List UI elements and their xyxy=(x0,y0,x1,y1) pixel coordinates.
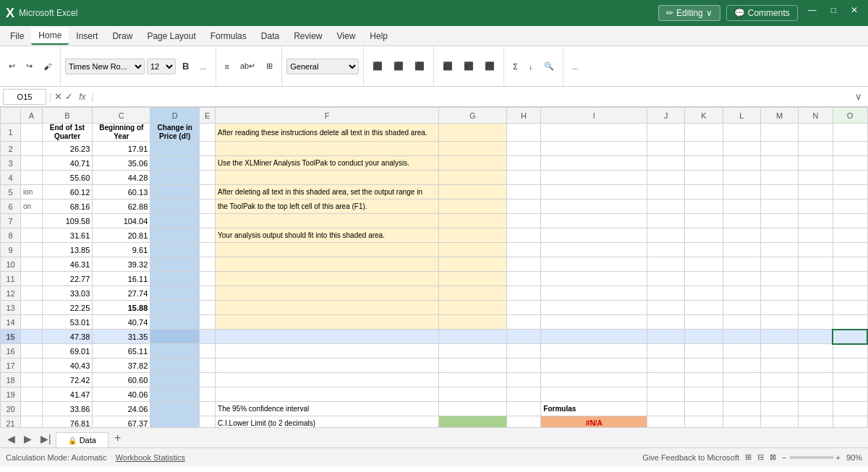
cell-k21[interactable] xyxy=(685,416,723,428)
cell-h18[interactable] xyxy=(506,373,541,387)
cell-i13[interactable] xyxy=(541,301,647,315)
cell-j21[interactable] xyxy=(647,416,685,428)
cell-n2[interactable] xyxy=(799,142,833,156)
cell-g17[interactable] xyxy=(438,359,506,373)
row-header-19[interactable]: 19 xyxy=(1,387,21,402)
bold-button[interactable]: B xyxy=(178,58,193,74)
cell-f17[interactable] xyxy=(216,359,439,373)
cell-m13[interactable] xyxy=(760,301,798,315)
cell-m10[interactable] xyxy=(760,257,798,272)
cell-f20[interactable]: The 95% confidence interval xyxy=(216,402,439,416)
cell-e10[interactable] xyxy=(200,257,216,272)
cell-h15[interactable] xyxy=(506,330,541,344)
cell-c17[interactable]: 37.82 xyxy=(93,359,150,373)
row-header-18[interactable]: 18 xyxy=(1,373,21,387)
cell-g20[interactable] xyxy=(438,402,506,416)
more-font-button[interactable]: ... xyxy=(195,59,210,74)
cell-l8[interactable] xyxy=(723,228,760,243)
cell-d6[interactable] xyxy=(150,199,200,214)
cell-h8[interactable] xyxy=(506,228,541,243)
cell-f21[interactable]: C.I.Lower Limit (to 2 decimals) xyxy=(216,416,439,428)
tab-nav-right[interactable]: ▶ xyxy=(20,430,36,447)
menu-file[interactable]: File xyxy=(3,28,31,44)
cell-o3[interactable] xyxy=(833,156,867,171)
menu-home[interactable]: Home xyxy=(31,27,69,45)
cell-b5[interactable]: 60.12 xyxy=(42,185,93,199)
cell-h17[interactable] xyxy=(506,359,541,373)
cell-f7[interactable] xyxy=(216,214,439,228)
row-header-10[interactable]: 10 xyxy=(1,257,21,272)
cell-l7[interactable] xyxy=(723,214,760,228)
col-header-h[interactable]: H xyxy=(506,108,541,124)
cell-d17[interactable] xyxy=(150,359,200,373)
cell-f2[interactable] xyxy=(216,142,439,156)
cell-o9[interactable] xyxy=(833,243,867,257)
cell-o11[interactable] xyxy=(833,272,867,286)
menu-data[interactable]: Data xyxy=(254,28,286,44)
cell-c18[interactable]: 60.60 xyxy=(93,373,150,387)
row-header-7[interactable]: 7 xyxy=(1,214,21,228)
comments-button[interactable]: 💬 Comments xyxy=(726,5,798,21)
wrap-button[interactable]: ab↵ xyxy=(236,59,260,74)
col-header-i[interactable]: I xyxy=(541,108,647,124)
tab-nav-left[interactable]: ◀ xyxy=(3,430,20,447)
cell-f15[interactable] xyxy=(216,330,439,344)
cell-j12[interactable] xyxy=(647,286,685,301)
cell-m9[interactable] xyxy=(760,243,798,257)
cell-f3[interactable]: Use the XLMiner Analysis ToolPak to cond… xyxy=(216,156,439,171)
cell-k9[interactable] xyxy=(685,243,723,257)
corner-cell[interactable] xyxy=(1,108,21,124)
cell-j10[interactable] xyxy=(647,257,685,272)
row-header-16[interactable]: 16 xyxy=(1,344,21,359)
cell-j5[interactable] xyxy=(647,185,685,199)
cell-o10[interactable] xyxy=(833,257,867,272)
view-normal-icon[interactable]: ⊞ xyxy=(745,452,752,462)
cell-m15[interactable] xyxy=(760,330,798,344)
row-header-15[interactable]: 15 xyxy=(1,330,21,344)
cell-k17[interactable] xyxy=(685,359,723,373)
cell-i19[interactable] xyxy=(541,387,647,402)
cell-n16[interactable] xyxy=(799,344,833,359)
cell-e11[interactable] xyxy=(200,272,216,286)
cell-f11[interactable] xyxy=(216,272,439,286)
cell-k16[interactable] xyxy=(685,344,723,359)
cell-b11[interactable]: 22.77 xyxy=(42,272,93,286)
cell-d14[interactable] xyxy=(150,315,200,330)
cell-d12[interactable] xyxy=(150,286,200,301)
cell-n10[interactable] xyxy=(799,257,833,272)
cell-i7[interactable] xyxy=(541,214,647,228)
cell-e18[interactable] xyxy=(200,373,216,387)
cell-f16[interactable] xyxy=(216,344,439,359)
redo-button[interactable]: ↪ xyxy=(22,59,37,74)
cell-o8[interactable] xyxy=(833,228,867,243)
col-header-c[interactable]: C xyxy=(93,108,150,124)
cell-k6[interactable] xyxy=(685,199,723,214)
cell-g16[interactable] xyxy=(438,344,506,359)
insert-cells-button[interactable]: ⬛ xyxy=(438,59,457,74)
cell-k2[interactable] xyxy=(685,142,723,156)
cell-j15[interactable] xyxy=(647,330,685,344)
cell-a19[interactable] xyxy=(21,387,43,402)
cell-b1[interactable]: End of 1stQuarter xyxy=(42,124,93,142)
cell-l3[interactable] xyxy=(723,156,760,171)
cell-a7[interactable] xyxy=(21,214,43,228)
cell-h12[interactable] xyxy=(506,286,541,301)
cell-n8[interactable] xyxy=(799,228,833,243)
cell-g14[interactable] xyxy=(438,315,506,330)
cell-n15[interactable] xyxy=(799,330,833,344)
col-header-e[interactable]: E xyxy=(200,108,216,124)
menu-review[interactable]: Review xyxy=(286,28,329,44)
cell-g10[interactable] xyxy=(438,257,506,272)
cell-c8[interactable]: 20.81 xyxy=(93,228,150,243)
cell-e1[interactable] xyxy=(200,124,216,142)
tab-nav-right2[interactable]: ▶| xyxy=(36,430,56,447)
cell-o19[interactable] xyxy=(833,387,867,402)
cell-g15[interactable] xyxy=(438,330,506,344)
cell-n13[interactable] xyxy=(799,301,833,315)
cell-f5[interactable]: After deleting all text in this shaded a… xyxy=(216,185,439,199)
add-sheet-button[interactable]: + xyxy=(109,429,127,447)
cell-e7[interactable] xyxy=(200,214,216,228)
cell-e4[interactable] xyxy=(200,171,216,185)
font-name-select[interactable]: Times New Ro... xyxy=(65,59,145,74)
close-icon[interactable]: ✕ xyxy=(846,5,862,21)
